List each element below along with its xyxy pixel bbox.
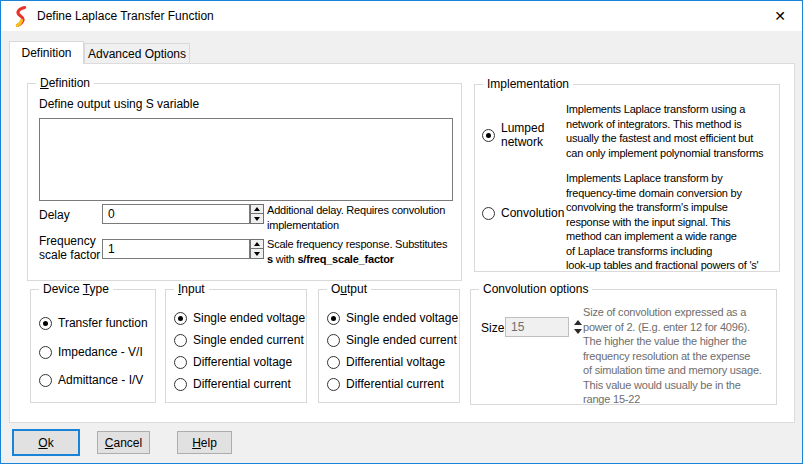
implementation-group-label: Implementation (483, 77, 573, 91)
delay-spin-down-icon[interactable] (250, 214, 264, 224)
radio-icon (39, 346, 52, 359)
freq-scale-description: Scale frequency response. Substitutes s … (267, 237, 447, 266)
freq-scale-input[interactable] (102, 239, 250, 259)
size-description: Size of convolution expressed as a power… (583, 305, 762, 407)
laplace-dialog: Define Laplace Transfer Function ✕ Defin… (0, 0, 803, 464)
radio-lumped-network[interactable]: Lumped network (482, 121, 563, 149)
delay-spinner (250, 204, 264, 224)
size-spin-up-icon (574, 320, 582, 325)
delay-description: Additional delay. Requires convolution i… (267, 203, 445, 232)
delay-label: Delay (39, 208, 70, 222)
delay-input[interactable] (102, 204, 250, 224)
title-bar: Define Laplace Transfer Function ✕ (1, 1, 802, 31)
radio-input-diff-current[interactable]: Differential current (174, 377, 291, 391)
window-title: Define Laplace Transfer Function (37, 9, 214, 23)
radio-icon (39, 317, 52, 330)
freq-scale-label: Frequency scale factor (39, 234, 100, 262)
radio-icon (327, 378, 340, 391)
output-group: Output Single ended voltage Single ended… (318, 289, 460, 403)
radio-icon (327, 312, 340, 325)
help-button[interactable]: Help (177, 431, 232, 454)
radio-output-se-current[interactable]: Single ended current (327, 333, 457, 347)
radio-icon (482, 129, 495, 142)
delay-spin-up-icon[interactable] (250, 204, 264, 214)
input-group: Input Single ended voltage Single ended … (165, 289, 307, 403)
definition-tab-page: Definition Define output using S variabl… (9, 63, 795, 423)
radio-input-se-current[interactable]: Single ended current (174, 333, 304, 347)
freq-scale-spinner (250, 239, 264, 259)
convolution-options-group-label: Convolution options (479, 282, 592, 296)
radio-impedance[interactable]: Impedance - V/I (39, 345, 143, 359)
output-group-label: Output (327, 282, 371, 296)
convolution-label: Convolution (501, 206, 564, 220)
s-variable-label: Define output using S variable (39, 97, 199, 111)
radio-admittance[interactable]: Admittance - I/V (39, 373, 143, 387)
radio-input-se-voltage[interactable]: Single ended voltage (174, 311, 305, 325)
definition-group: Definition Define output using S variabl… (27, 83, 462, 281)
radio-output-diff-voltage[interactable]: Differential voltage (327, 355, 445, 369)
ok-button[interactable]: Ok (12, 429, 80, 456)
cancel-button[interactable]: Cancel (97, 431, 150, 454)
radio-icon (174, 356, 187, 369)
close-icon[interactable]: ✕ (758, 1, 802, 31)
radio-icon (39, 374, 52, 387)
tab-advanced-options[interactable]: Advanced Options (84, 43, 190, 63)
radio-output-se-voltage[interactable]: Single ended voltage (327, 311, 458, 325)
convolution-options-group: Convolution options Size Size of convolu… (470, 289, 777, 405)
size-spinner (573, 318, 583, 336)
radio-output-diff-current[interactable]: Differential current (327, 377, 444, 391)
radio-icon (174, 312, 187, 325)
radio-icon (327, 334, 340, 347)
definition-group-label: Definition (36, 76, 94, 90)
radio-input-diff-voltage[interactable]: Differential voltage (174, 355, 292, 369)
implementation-group: Implementation Lumped network Implements… (474, 84, 780, 272)
radio-convolution[interactable]: Convolution (482, 206, 564, 220)
size-input (505, 317, 569, 337)
simetrix-logo-icon (12, 6, 28, 27)
radio-icon (482, 207, 495, 220)
device-type-group-label: Device Type (39, 282, 113, 296)
radio-icon (174, 334, 187, 347)
device-type-group: Device Type Transfer function Impedance … (30, 289, 156, 403)
freq-spin-down-icon[interactable] (250, 249, 264, 259)
size-spin-down-icon (574, 329, 582, 334)
radio-icon (174, 378, 187, 391)
freq-spin-up-icon[interactable] (250, 239, 264, 249)
lumped-description: Implements Laplace transform using a net… (566, 102, 763, 160)
s-expression-editor[interactable] (39, 118, 453, 201)
radio-transfer-function[interactable]: Transfer function (39, 316, 148, 330)
input-group-label: Input (174, 282, 209, 296)
radio-icon (327, 356, 340, 369)
lumped-network-label: Lumped network (501, 121, 563, 149)
size-label: Size (481, 321, 504, 335)
convolution-description: Implements Laplace transform by frequenc… (566, 171, 759, 273)
tab-definition[interactable]: Definition (9, 41, 84, 64)
